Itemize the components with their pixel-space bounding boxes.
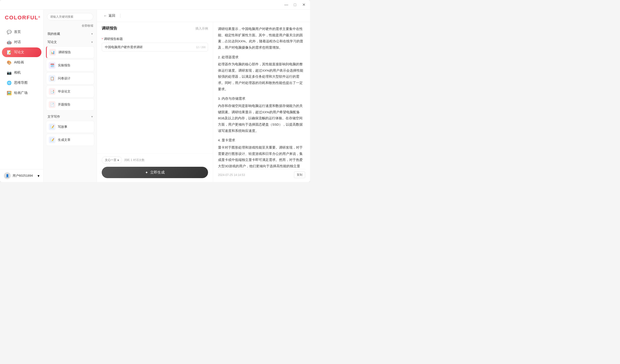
- main-content: ← 返回 调研报告 插入示例 * 调研报告标: [97, 10, 310, 182]
- sidebar-item-gallery[interactable]: 🖼️ 绘画广场: [2, 88, 41, 98]
- text-items-list: 📝 写故事 📝 生成文章: [46, 121, 94, 148]
- doc-panel: 全部收缩 我的收藏 ▾ 写论文 ▾ 📊 调: [44, 10, 97, 182]
- form-header: 调研报告 插入示例: [97, 22, 213, 34]
- home-icon: 💬: [7, 30, 12, 34]
- doc-item-article[interactable]: 📝 生成文章: [46, 134, 94, 146]
- write-chevron: ▾: [91, 40, 93, 44]
- result-para-6: 显卡对于图形处理和游戏性能至关重要。调研发现，对于需要进行图形设计、轻度游戏和日…: [218, 144, 305, 169]
- draw-icon: 🎨: [7, 60, 12, 65]
- panel-search-area: [44, 10, 97, 23]
- generate-button[interactable]: ✦ 立即生成: [102, 167, 208, 178]
- write-section: 写论文 ▾ 📊 调研报告 🗓️ 实验报告: [44, 38, 97, 113]
- avatar: 👤: [4, 172, 11, 179]
- doc-item-story[interactable]: 📝 写故事: [46, 121, 94, 133]
- sidebar: COLORFUL® 💬 首页 🤖 对话 📝 写论文 🎨 AI绘画: [0, 10, 44, 182]
- text-section: 文字写作 ▾ 📝 写故事 📝 生成文章: [44, 113, 97, 148]
- search-input[interactable]: [47, 13, 93, 20]
- maximize-button[interactable]: □: [293, 2, 297, 7]
- write-section-label: 写论文: [47, 40, 57, 44]
- insert-example-button[interactable]: 插入示例: [195, 26, 208, 31]
- thesis-label: 毕业论文: [58, 89, 70, 94]
- text-section-label: 文字写作: [47, 114, 60, 119]
- form-footer: 文心一言 ▾ 消耗 1 对话次数 ✦ 立即生成: [97, 153, 213, 182]
- questionnaire-label: 问卷设计: [58, 76, 70, 81]
- story-label: 写故事: [58, 125, 67, 129]
- sidebar-item-write[interactable]: 📝 写论文: [2, 47, 41, 57]
- back-arrow-icon: ←: [104, 14, 107, 18]
- write-icon: 📝: [7, 50, 12, 55]
- copy-button[interactable]: 复制: [294, 172, 305, 178]
- content-topbar: ← 返回: [97, 10, 310, 22]
- sidebar-item-ai-draw[interactable]: 🎨 AI绘画: [2, 58, 41, 67]
- sidebar-item-mindmap[interactable]: 🌐 思维导图: [2, 78, 41, 88]
- result-para-4: 内存和存储空间是影响电脑运行速度和数据存储能力的关键因素。调研结果显示，超过XX…: [218, 103, 305, 134]
- text-section-header[interactable]: 文字写作 ▾: [46, 113, 94, 121]
- consume-label: 消耗 1 对话次数: [124, 158, 145, 162]
- content-body: 调研报告 插入示例 * 调研报告标题 12 / 200: [97, 22, 310, 182]
- sidebar-nav: 💬 首页 🤖 对话 📝 写论文 🎨 AI绘画 📷 相机: [0, 25, 43, 169]
- result-para-1: 2. 处理器需求: [218, 54, 305, 61]
- result-content[interactable]: 调研结果显示，中国电脑用户对硬件的需求主要集中在性能、稳定性和扩展性方面。其中，…: [218, 26, 305, 169]
- research-icon: 📊: [49, 49, 56, 56]
- app-window: — □ ✕ COLORFUL® 💬 首页 🤖 对话 📝: [0, 0, 310, 182]
- collapse-all-button[interactable]: 全部收缩: [44, 23, 97, 30]
- write-section-header[interactable]: 写论文 ▾: [46, 38, 94, 46]
- generate-icon: ✦: [145, 170, 148, 175]
- sidebar-item-home-label: 首页: [14, 30, 21, 34]
- field-label-text: 调研报告标题: [104, 37, 123, 41]
- form-title: 调研报告: [102, 26, 117, 31]
- doc-item-thesis[interactable]: 📑 毕业论文: [46, 85, 94, 98]
- doc-item-proposal[interactable]: 📄 开题报告: [46, 99, 94, 111]
- collections-section: 我的收藏 ▾: [44, 30, 97, 38]
- window-controls: — □ ✕: [284, 2, 306, 7]
- sidebar-item-camera[interactable]: 📷 相机: [2, 68, 41, 77]
- doc-item-experiment[interactable]: 🗓️ 实验报告: [46, 59, 94, 71]
- result-para-3: 3. 内存与存储需求: [218, 96, 305, 102]
- article-icon: 📝: [49, 136, 55, 143]
- titlebar: — □ ✕: [0, 0, 310, 10]
- proposal-label: 开题报告: [58, 102, 70, 107]
- sidebar-item-chat[interactable]: 🤖 对话: [2, 37, 41, 47]
- title-input[interactable]: [102, 43, 208, 52]
- collections-chevron: ▾: [91, 32, 93, 36]
- gallery-icon: 🖼️: [7, 91, 12, 95]
- result-para-5: 4. 显卡需求: [218, 137, 305, 144]
- back-label: 返回: [108, 14, 115, 18]
- sidebar-item-chat-label: 对话: [14, 40, 21, 44]
- doc-item-research[interactable]: 📊 调研报告: [46, 46, 94, 58]
- result-panel: 调研结果显示，中国电脑用户对硬件的需求主要集中在性能、稳定性和扩展性方面。其中，…: [213, 22, 310, 182]
- doc-items-list: 📊 调研报告 🗓️ 实验报告 📋 问卷设计: [46, 46, 94, 113]
- field-input-wrap: 12 / 200: [102, 43, 208, 52]
- minimize-button[interactable]: —: [284, 2, 289, 7]
- model-dropdown[interactable]: 文心一言 ▾: [102, 156, 122, 164]
- form-fields: * 调研报告标题 12 / 200: [97, 34, 213, 153]
- result-timestamp: 2024-07-25 14:14:53: [218, 173, 245, 177]
- back-button[interactable]: ← 返回: [102, 13, 117, 19]
- text-chevron: ▾: [91, 115, 93, 118]
- profile-chevron: ▾: [38, 174, 39, 178]
- logo-registered: ®: [38, 16, 40, 18]
- research-label: 调研报告: [58, 50, 71, 54]
- mindmap-icon: 🌐: [7, 80, 12, 85]
- close-button[interactable]: ✕: [301, 2, 306, 7]
- model-chevron-icon: ▾: [117, 159, 119, 162]
- collections-header[interactable]: 我的收藏 ▾: [46, 30, 94, 38]
- sidebar-item-draw-label: AI绘画: [14, 60, 24, 65]
- sidebar-item-home[interactable]: 💬 首页: [2, 27, 41, 37]
- doc-item-questionnaire[interactable]: 📋 问卷设计: [46, 72, 94, 84]
- article-label: 生成文章: [58, 138, 70, 142]
- result-footer: 2024-07-25 14:14:53 复制: [218, 169, 305, 178]
- form-panel: 调研报告 插入示例 * 调研报告标题 12 / 200: [97, 22, 213, 182]
- user-profile[interactable]: 👤 用户60251894 ▾: [0, 169, 43, 182]
- model-selector: 文心一言 ▾ 消耗 1 对话次数: [102, 156, 208, 164]
- thesis-icon: 📑: [49, 88, 55, 95]
- generate-label: 立即生成: [150, 170, 165, 175]
- field-label: * 调研报告标题: [102, 37, 208, 41]
- topbar-divider: [120, 14, 120, 18]
- logo-area: COLORFUL®: [0, 10, 43, 25]
- char-counter: 12 / 200: [196, 46, 206, 49]
- sidebar-item-mindmap-label: 思维导图: [14, 81, 28, 85]
- experiment-label: 实验报告: [58, 63, 70, 68]
- camera-icon: 📷: [7, 70, 12, 75]
- main-layout: COLORFUL® 💬 首页 🤖 对话 📝 写论文 🎨 AI绘画: [0, 10, 310, 182]
